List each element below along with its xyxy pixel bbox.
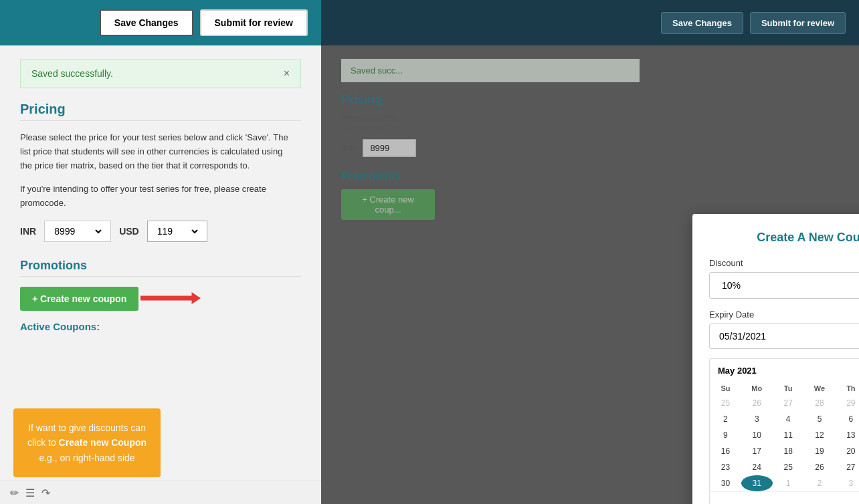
promotions-title: Promotions bbox=[20, 259, 301, 277]
overlay-bg-content: Saved succ... Pricing Please select b...… bbox=[321, 45, 859, 233]
cal-day[interactable]: 29 bbox=[835, 395, 859, 411]
cal-day[interactable]: 20 bbox=[835, 443, 859, 459]
cal-header-th: Th bbox=[835, 382, 859, 395]
discount-select[interactable]: 10% 20% 30% bbox=[709, 272, 859, 299]
overlay-section: Save Changes Submit for review Saved suc… bbox=[321, 0, 859, 504]
forward-icon[interactable]: ↷ bbox=[41, 487, 50, 499]
cal-day[interactable]: 25 bbox=[710, 395, 741, 411]
cal-header-mo: Mo bbox=[741, 382, 773, 395]
cal-day[interactable]: 11 bbox=[773, 427, 804, 443]
cal-day[interactable]: 3 bbox=[835, 475, 859, 491]
cal-header: May 2021 ↑ ↓ bbox=[710, 359, 859, 382]
inr-input[interactable]: 8999 bbox=[44, 221, 111, 242]
cal-header-we: We bbox=[804, 382, 836, 395]
pricing-section: Pricing Please select the price for your… bbox=[20, 102, 301, 242]
overlay-pricing-title: Pricing bbox=[341, 93, 839, 107]
promotions-section: Promotions + Create new coupon Active Co… bbox=[20, 259, 301, 332]
overlay-price-row: INR 8999 bbox=[341, 139, 839, 157]
info-box: If want to give discounts can click to C… bbox=[13, 408, 161, 477]
edit-icon[interactable]: ✏ bbox=[10, 487, 19, 499]
pricing-title: Pricing bbox=[20, 102, 301, 121]
cal-day[interactable]: 6 bbox=[835, 411, 859, 427]
overlay-inr-label: INR bbox=[341, 143, 356, 153]
info-text-2: e.g., on right-hand side bbox=[39, 453, 134, 463]
cal-day[interactable]: 3 bbox=[741, 411, 773, 427]
discount-label: Discount bbox=[709, 258, 859, 268]
cal-day[interactable]: 9 bbox=[710, 427, 741, 443]
cal-day[interactable]: 13 bbox=[835, 427, 859, 443]
cal-day[interactable]: 18 bbox=[773, 443, 804, 459]
overlay-success: Saved succ... bbox=[341, 59, 640, 82]
submit-review-button[interactable]: Submit for review bbox=[200, 9, 308, 36]
bottom-toolbar: ✏ ☰ ↷ bbox=[0, 481, 321, 504]
cal-day[interactable]: 24 bbox=[741, 459, 773, 475]
overlay-submit-button[interactable]: Submit for review bbox=[750, 12, 846, 34]
cal-day[interactable]: 28 bbox=[804, 395, 836, 411]
overlay-pricing-text: Please select b... the price tier... bbox=[341, 114, 690, 132]
cal-day[interactable]: 10 bbox=[741, 427, 773, 443]
cal-footer: Today bbox=[710, 491, 859, 504]
cal-day[interactable]: 5 bbox=[804, 411, 836, 427]
list-icon[interactable]: ☰ bbox=[25, 487, 35, 499]
cal-day[interactable]: 26 bbox=[804, 459, 836, 475]
usd-input[interactable]: 119 bbox=[147, 221, 207, 242]
cal-header-tu: Tu bbox=[773, 382, 804, 395]
header-bar: Save Changes Submit for review bbox=[0, 0, 321, 45]
cal-day[interactable]: 23 bbox=[710, 459, 741, 475]
info-text-bold: Create new Coupon bbox=[59, 437, 147, 448]
cal-day[interactable]: 4 bbox=[773, 411, 804, 427]
cal-day[interactable]: 27 bbox=[835, 459, 859, 475]
cal-day[interactable]: 19 bbox=[804, 443, 836, 459]
expiry-date-label: Expiry Date bbox=[709, 309, 859, 320]
overlay-inr-value: 8999 bbox=[363, 139, 416, 157]
overlay-header: Save Changes Submit for review bbox=[321, 0, 859, 45]
success-banner: Saved successfully. × bbox=[20, 59, 301, 88]
overlay-create-coupon-button[interactable]: + Create new coup... bbox=[341, 189, 435, 220]
overlay-save-button[interactable]: Save Changes bbox=[661, 12, 743, 34]
create-coupon-modal: Create A New Coupon Discount 10% 20% 30%… bbox=[692, 214, 859, 504]
expiry-date-input[interactable] bbox=[709, 324, 859, 349]
cal-month-year: May 2021 bbox=[718, 366, 757, 376]
inr-select[interactable]: 8999 bbox=[52, 225, 104, 237]
active-coupons-label: Active Coupons: bbox=[20, 321, 301, 332]
usd-select[interactable]: 119 bbox=[155, 225, 200, 237]
close-success-button[interactable]: × bbox=[284, 68, 290, 80]
overlay-promotions: Promotions + Create new coup... bbox=[341, 170, 839, 220]
main-content: Saved successfully. × Pricing Please sel… bbox=[0, 45, 321, 346]
cal-day[interactable]: 25 bbox=[773, 459, 804, 475]
cal-grid: Su Mo Tu We Th Fr Sa 25 26 27 28 29 30 1… bbox=[710, 382, 859, 491]
cal-day-selected[interactable]: 31 bbox=[741, 475, 773, 491]
calendar: May 2021 ↑ ↓ Su Mo Tu We Th Fr Sa 25 26 … bbox=[709, 358, 859, 504]
usd-label: USD bbox=[119, 226, 139, 237]
cal-day[interactable]: 12 bbox=[804, 427, 836, 443]
pricing-desc-1: Please select the price for your test se… bbox=[20, 131, 301, 172]
cal-day[interactable]: 2 bbox=[710, 411, 741, 427]
cal-header-su: Su bbox=[710, 382, 741, 395]
cal-day[interactable]: 27 bbox=[773, 395, 804, 411]
success-message: Saved successfully. bbox=[31, 68, 113, 79]
create-coupon-button[interactable]: + Create new coupon bbox=[20, 287, 138, 311]
cal-day[interactable]: 16 bbox=[710, 443, 741, 459]
cal-day[interactable]: 17 bbox=[741, 443, 773, 459]
cal-day[interactable]: 30 bbox=[710, 475, 741, 491]
overlay-promotions-title: Promotions bbox=[341, 170, 839, 182]
modal-title: Create A New Coupon bbox=[709, 231, 859, 245]
save-changes-button[interactable]: Save Changes bbox=[100, 9, 193, 36]
inr-label: INR bbox=[20, 226, 36, 237]
cal-day[interactable]: 26 bbox=[741, 395, 773, 411]
cal-day[interactable]: 2 bbox=[804, 475, 836, 491]
cal-day[interactable]: 1 bbox=[773, 475, 804, 491]
pricing-desc-3: If you're intending to offer your test s… bbox=[20, 182, 301, 211]
arrow-indicator bbox=[140, 292, 201, 304]
price-row: INR 8999 USD 119 bbox=[20, 221, 301, 242]
